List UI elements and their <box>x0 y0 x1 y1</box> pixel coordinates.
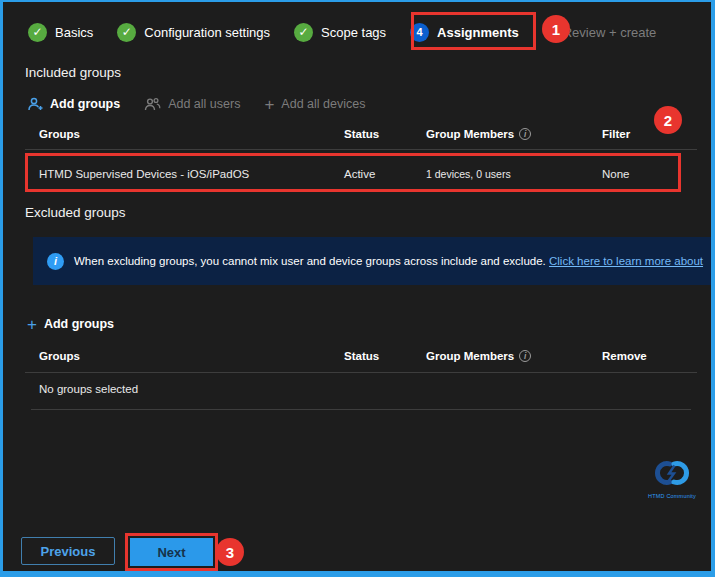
column-filter: Filter <box>602 128 699 140</box>
check-icon: ✓ <box>28 23 47 42</box>
annotation-box-group-row <box>25 153 681 192</box>
next-button[interactable]: Next <box>130 538 213 566</box>
tab-scope-tags[interactable]: ✓ Scope tags <box>294 23 386 42</box>
column-groups: Groups <box>39 128 344 140</box>
info-banner: i When excluding groups, you cannot mix … <box>33 237 714 285</box>
previous-button[interactable]: Previous <box>21 537 115 565</box>
excluded-groups-heading: Excluded groups <box>25 205 126 220</box>
plus-icon: + <box>27 316 37 333</box>
banner-link[interactable]: Click here to learn more about <box>549 255 703 267</box>
excluded-add-groups-label: Add groups <box>44 317 114 331</box>
column-status: Status <box>344 350 426 362</box>
tab-basics-label: Basics <box>55 25 93 40</box>
check-icon: ✓ <box>294 23 313 42</box>
annotation-circle-3: 3 <box>216 538 244 566</box>
info-icon[interactable]: i <box>519 350 531 362</box>
add-groups-label: Add groups <box>50 97 120 111</box>
htmd-logo: HTMD Community <box>643 458 701 499</box>
logo-caption: HTMD Community <box>643 493 701 499</box>
tab-review-create-label: Review + create <box>563 25 657 40</box>
people-icon <box>144 97 161 111</box>
plus-icon: + <box>264 96 274 113</box>
info-icon[interactable]: i <box>519 128 531 140</box>
annotation-circle-1: 1 <box>542 15 570 43</box>
info-icon: i <box>47 253 64 270</box>
add-all-devices-label: Add all devices <box>281 97 365 111</box>
add-groups-button[interactable]: Add groups <box>27 97 120 112</box>
banner-message: When excluding groups, you cannot mix us… <box>74 255 703 267</box>
included-groups-actions: Add groups Add all users + Add all devic… <box>27 93 365 115</box>
tab-scope-tags-label: Scope tags <box>321 25 386 40</box>
column-remove: Remove <box>602 350 699 362</box>
column-groups: Groups <box>39 350 344 362</box>
excluded-add-groups-button[interactable]: + Add groups <box>27 316 114 333</box>
included-groups-heading: Included groups <box>25 65 121 80</box>
included-groups-table-header: Groups Status Group Members i Filter <box>39 128 699 140</box>
tab-review-create: Review + create <box>563 25 657 40</box>
check-icon: ✓ <box>117 23 136 42</box>
tab-basics[interactable]: ✓ Basics <box>28 23 93 42</box>
htmd-logo-mark <box>652 458 692 488</box>
annotation-circle-2: 2 <box>654 106 682 134</box>
add-all-devices-button: + Add all devices <box>264 96 365 113</box>
section-divider <box>31 409 691 410</box>
empty-state-text: No groups selected <box>39 383 138 395</box>
excluded-groups-actions: + Add groups <box>27 313 114 335</box>
add-all-users-label: Add all users <box>168 97 240 111</box>
assignments-wizard-panel: ✓ Basics ✓ Configuration settings ✓ Scop… <box>0 0 715 577</box>
tab-configuration-settings-label: Configuration settings <box>144 25 270 40</box>
table-divider <box>25 372 697 373</box>
excluded-groups-table-header: Groups Status Group Members i Remove <box>39 350 699 362</box>
column-group-members: Group Members <box>426 350 514 362</box>
person-add-icon <box>27 97 43 112</box>
table-divider <box>25 149 697 150</box>
annotation-box-next: Next <box>125 533 218 571</box>
annotation-box-assignments <box>411 12 536 50</box>
add-all-users-button: Add all users <box>144 97 240 111</box>
column-group-members: Group Members <box>426 128 514 140</box>
tab-configuration-settings[interactable]: ✓ Configuration settings <box>117 23 270 42</box>
column-status: Status <box>344 128 426 140</box>
